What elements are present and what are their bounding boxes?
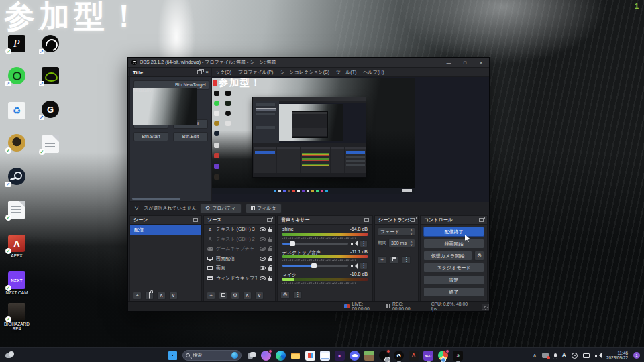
- menu-scene-collection[interactable]: シーンコレクション(S): [280, 69, 329, 76]
- tray-obs-icon[interactable]: [542, 353, 549, 358]
- lock-icon[interactable]: [268, 278, 272, 281]
- filters-button[interactable]: フィルタ: [246, 204, 282, 213]
- weather-widget-icon[interactable]: [5, 351, 15, 359]
- studio-mode-button[interactable]: スタジオモード: [423, 263, 484, 273]
- desktop-icon-text-doc[interactable]: ✓: [0, 201, 34, 220]
- source-row-windowcapture[interactable]: ウィンドウキャプチャ 2: [204, 274, 275, 284]
- notification-count-badge[interactable]: 1: [633, 352, 640, 359]
- scene-down-button[interactable]: ∨: [169, 292, 178, 300]
- popout-icon[interactable]: [479, 218, 484, 222]
- volume-slider[interactable]: [282, 265, 348, 267]
- speaker-icon[interactable]: [351, 263, 357, 269]
- menu-tools[interactable]: ツール(T): [336, 69, 356, 76]
- preview-canvas[interactable]: 参加型！: [212, 77, 489, 202]
- popout-icon[interactable]: [267, 218, 272, 222]
- lock-icon[interactable]: [268, 229, 272, 232]
- source-row-text2[interactable]: A テキスト (GDI+) 2: [204, 235, 275, 245]
- lock-icon[interactable]: [268, 239, 272, 242]
- taskbar-search[interactable]: 検索: [182, 350, 241, 361]
- exit-button[interactable]: 終了: [423, 287, 484, 297]
- speaker-icon[interactable]: [351, 241, 357, 246]
- desktop-icon-green-app[interactable]: ↗: [0, 67, 34, 86]
- channel-menu-button[interactable]: ⋮: [360, 240, 368, 247]
- add-transition-button[interactable]: +: [378, 256, 386, 264]
- add-source-button[interactable]: +: [207, 292, 215, 300]
- menu-help[interactable]: ヘルプ(H): [363, 69, 384, 76]
- scene-up-button[interactable]: ∧: [157, 292, 166, 300]
- volume-slider[interactable]: [282, 243, 348, 245]
- remove-source-button[interactable]: [219, 292, 227, 300]
- copilot-button[interactable]: [261, 351, 271, 361]
- close-button[interactable]: ×: [473, 58, 489, 67]
- eye-icon[interactable]: [260, 266, 266, 270]
- eye-off-icon[interactable]: [260, 247, 266, 251]
- float-dock-icon[interactable]: [197, 70, 202, 74]
- popout-icon[interactable]: [411, 218, 415, 222]
- channel-menu-button[interactable]: ⋮: [360, 262, 368, 269]
- task-view-button[interactable]: [246, 351, 256, 361]
- minimize-button[interactable]: —: [441, 58, 457, 67]
- eye-off-icon[interactable]: [260, 237, 266, 241]
- tray-mic-icon[interactable]: [554, 353, 557, 357]
- settings-button[interactable]: 設定: [423, 275, 484, 285]
- start-button[interactable]: [168, 351, 178, 361]
- desktop-icon-app-p[interactable]: P✓: [0, 35, 34, 54]
- transitions-header[interactable]: シーントランジ...: [375, 216, 418, 225]
- microsoft-store-button[interactable]: [305, 351, 315, 361]
- scene-item-haishin[interactable]: 配信: [130, 225, 201, 235]
- clipchamp-button[interactable]: ▸: [335, 351, 345, 361]
- duration-spinbox[interactable]: 300 ms ∧∨: [388, 239, 415, 247]
- logitech-g-button[interactable]: G: [394, 351, 404, 361]
- tray-app-icon[interactable]: [572, 353, 578, 359]
- source-row-display[interactable]: 画面: [204, 263, 275, 274]
- obs-titlebar[interactable]: OBS 28.1.2 (64-bit, windows) - プロファイル: 無…: [128, 58, 489, 68]
- nzxt-cam-button[interactable]: NZXT: [423, 351, 433, 361]
- ime-mode-indicator[interactable]: A: [562, 352, 567, 359]
- popout-icon[interactable]: [364, 218, 369, 222]
- start-virtual-cam-button[interactable]: 仮想カメラ開始: [423, 251, 472, 261]
- mirrativ-start-button[interactable]: Btn.Start: [133, 132, 168, 141]
- eye-icon[interactable]: [260, 257, 266, 261]
- stop-streaming-button[interactable]: 配信終了: [423, 227, 484, 237]
- controls-header[interactable]: コントロール: [421, 216, 487, 225]
- menu-dock[interactable]: ック(D): [215, 69, 231, 76]
- tiktok-button[interactable]: ♪: [453, 351, 463, 361]
- desktop-icon-recycle-app[interactable]: ♻: [0, 102, 34, 121]
- popout-icon[interactable]: [193, 218, 198, 222]
- taskbar-clock[interactable]: 11:46 2023/09/22: [606, 351, 628, 361]
- resize-grip[interactable]: [484, 306, 488, 310]
- source-down-button[interactable]: ∨: [255, 292, 264, 300]
- dock-scrollbar[interactable]: [132, 198, 180, 200]
- maximize-button[interactable]: □: [457, 58, 473, 67]
- desktop-icon-nvidia[interactable]: ↗: [34, 67, 67, 86]
- tray-volume-icon[interactable]: [595, 353, 601, 358]
- tray-display-icon[interactable]: [583, 353, 590, 358]
- edge-button[interactable]: [276, 351, 286, 361]
- source-properties-button[interactable]: ⚙: [231, 292, 239, 300]
- minecraft-button[interactable]: [364, 351, 374, 361]
- desktop-icon-obs[interactable]: ↗: [34, 35, 67, 54]
- start-recording-button[interactable]: 録画開始: [423, 239, 484, 249]
- mixer-header[interactable]: 音声ミキサー: [278, 216, 372, 225]
- mirrativ-edit-button[interactable]: Btn.Edit: [173, 132, 208, 141]
- eye-icon[interactable]: [260, 276, 266, 280]
- transition-select[interactable]: フェード ∧∨: [378, 227, 415, 236]
- properties-button[interactable]: ⚙ プロパティ: [200, 204, 241, 213]
- eye-icon[interactable]: [260, 227, 266, 231]
- desktop-icon-notes-doc[interactable]: ✓: [34, 135, 67, 154]
- sources-header[interactable]: ソース: [204, 216, 275, 225]
- transition-menu-button[interactable]: ⋮: [402, 256, 411, 264]
- chrome-button[interactable]: [438, 351, 448, 361]
- lock-icon[interactable]: [268, 267, 272, 271]
- dock-header[interactable]: Title ×: [130, 68, 211, 77]
- scenes-header[interactable]: シーン: [130, 216, 201, 225]
- source-row-display-stream[interactable]: 画面配信: [204, 254, 275, 264]
- source-row-gamecapture[interactable]: ゲームキャプチャ: [204, 244, 275, 254]
- virtual-cam-config-button[interactable]: ⚙: [474, 251, 484, 261]
- file-explorer-button[interactable]: [290, 351, 301, 361]
- desktop-icon-nzxt-cam[interactable]: NZXT✓ NZXT CAM: [0, 272, 34, 295]
- tray-expand-chevron-icon[interactable]: ∧: [533, 353, 536, 358]
- mixer-menu-button[interactable]: ⋮: [293, 291, 302, 299]
- desktop-icon-jurassic-world[interactable]: ✓: [0, 134, 34, 153]
- close-dock-icon[interactable]: ×: [205, 70, 209, 75]
